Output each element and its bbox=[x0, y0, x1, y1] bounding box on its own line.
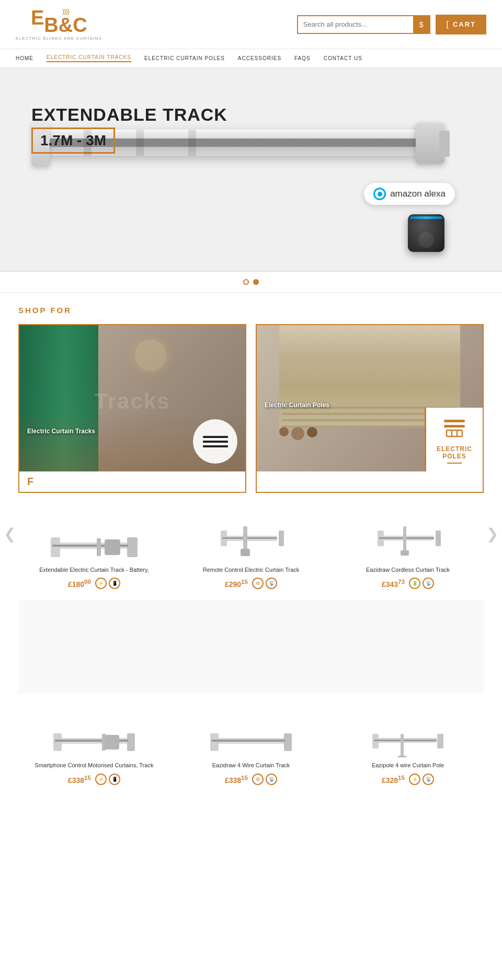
svg-rect-24 bbox=[53, 733, 62, 751]
hero-banner: EXTENDABLE TRACK 1.7M - 3M amazon a bbox=[0, 68, 502, 272]
nav-item-poles[interactable]: ELECTRIC CURTAIN POLES bbox=[144, 55, 225, 61]
search-container: $ bbox=[297, 15, 431, 34]
cart-label: CART bbox=[453, 20, 476, 28]
products-row-1: Extendable Electric Curtain Track - Batt… bbox=[18, 503, 484, 594]
shop-title: SHOP FOR bbox=[18, 306, 484, 315]
product-name-6: Eazipole 4 wire Curtain Pole bbox=[337, 762, 478, 769]
dot-1[interactable] bbox=[243, 279, 249, 285]
svg-rect-19 bbox=[436, 531, 441, 546]
product-card-5[interactable]: Eazidraw 4 Wire Curtain Track £33815 ⚙ 📡 bbox=[175, 699, 327, 790]
search-input[interactable] bbox=[298, 16, 413, 32]
product-img-2 bbox=[180, 509, 322, 566]
svg-rect-36 bbox=[374, 740, 437, 741]
header-right: $ [ CART bbox=[297, 15, 486, 34]
product-card-6[interactable]: Eazipole 4 wire Curtain Pole £32815 ⚡ 📡 bbox=[332, 699, 484, 790]
svg-rect-10 bbox=[105, 539, 120, 555]
nav-item-tracks[interactable]: ELECTRIC CURTAIN TRACKS bbox=[47, 54, 131, 62]
main-slider: ❮ ❯ Electric Curtain bbox=[18, 324, 484, 790]
slider-right-arrow[interactable]: ❯ bbox=[486, 525, 498, 543]
tracks-room-image: Electric Curtain Tracks Tracks bbox=[19, 325, 245, 471]
svg-rect-30 bbox=[210, 733, 219, 751]
product-name-4: Smartphone Control Motorised Curtains, T… bbox=[24, 762, 165, 769]
hero-title-line1: EXTENDABLE TRACK bbox=[31, 105, 227, 125]
hero-title-line2: 1.7M - 3M bbox=[40, 132, 106, 148]
logo-bc: B&C bbox=[44, 15, 87, 35]
product-icons-4: ⚡ 📱 bbox=[95, 774, 120, 785]
product-name-1: Extendable Electric Curtain Track - Batt… bbox=[24, 566, 165, 573]
svg-rect-1 bbox=[444, 425, 465, 428]
alexa-device bbox=[408, 214, 444, 252]
tracks-card-bottom: F bbox=[19, 471, 245, 492]
product-img-3 bbox=[337, 509, 478, 566]
product-icons-5: ⚙ 📡 bbox=[252, 774, 277, 785]
cart-bracket-icon: [ bbox=[446, 20, 449, 29]
category-card-poles[interactable]: Electric Curtain Poles bbox=[256, 324, 484, 493]
hero-text: EXTENDABLE TRACK 1.7M - 3M bbox=[31, 105, 227, 154]
svg-rect-2 bbox=[447, 430, 462, 436]
search-button[interactable]: $ bbox=[413, 16, 430, 33]
nav-item-home[interactable]: HOME bbox=[16, 55, 33, 61]
alexa-badge: amazon alexa bbox=[364, 183, 455, 205]
category-cards: Electric Curtain Tracks Tracks F bbox=[18, 324, 484, 493]
svg-rect-31 bbox=[284, 733, 292, 751]
dot-2[interactable] bbox=[253, 279, 259, 285]
track-right-cap bbox=[439, 131, 450, 157]
product-price-1: £18000 bbox=[68, 578, 91, 589]
svg-rect-28 bbox=[105, 735, 119, 750]
tracks-icon-overlay bbox=[193, 419, 237, 464]
svg-rect-20 bbox=[379, 537, 434, 539]
product-card-1[interactable]: Extendable Electric Curtain Track - Batt… bbox=[18, 503, 170, 594]
svg-rect-35 bbox=[437, 734, 443, 748]
product-name-2: Remote Control Electric Curtain Track bbox=[180, 566, 322, 573]
svg-rect-13 bbox=[279, 531, 284, 546]
poles-icon bbox=[441, 416, 467, 442]
alexa-logo-icon bbox=[373, 188, 386, 200]
svg-rect-16 bbox=[241, 549, 250, 556]
logo-subtitle: ELECTRIC BLINDS AND CURTAINS bbox=[16, 36, 102, 41]
tracks-category-label: Electric Curtain Tracks bbox=[27, 428, 95, 435]
product-price-row-1: £18000 ⚡ 📱 bbox=[24, 578, 165, 589]
nav-item-contact[interactable]: CONTACT US bbox=[324, 55, 362, 61]
product-price-row-4: £33815 ⚡ 📱 bbox=[24, 774, 165, 785]
svg-rect-22 bbox=[401, 550, 409, 556]
product-card-4[interactable]: Smartphone Control Motorised Curtains, T… bbox=[18, 699, 170, 790]
product-name-3: Eazidraw Cordless Curtain Track bbox=[337, 566, 478, 573]
svg-rect-9 bbox=[97, 538, 101, 556]
product-card-3[interactable]: Eazidraw Cordless Curtain Track £34373 🔋… bbox=[332, 503, 484, 594]
category-card-tracks[interactable]: Electric Curtain Tracks Tracks F bbox=[18, 324, 246, 493]
svg-rect-37 bbox=[401, 734, 404, 757]
poles-category-label: Electric Curtain Poles bbox=[265, 401, 329, 409]
product-icons-6: ⚡ 📡 bbox=[409, 774, 434, 785]
product-price-row-6: £32815 ⚡ 📡 bbox=[337, 774, 478, 785]
svg-rect-25 bbox=[127, 733, 135, 751]
tracks-watermark: Tracks bbox=[94, 389, 170, 414]
poles-card-bottom bbox=[257, 471, 483, 482]
poles-badge: ELECTRIC POLES bbox=[425, 408, 483, 471]
nav-item-accessories[interactable]: ACCESSORIES bbox=[238, 55, 281, 61]
svg-rect-14 bbox=[222, 537, 277, 539]
cart-button[interactable]: [ CART bbox=[436, 15, 486, 34]
product-price-row-5: £33815 ⚙ 📡 bbox=[180, 774, 322, 785]
logo-e: E bbox=[31, 8, 44, 28]
slider-left-arrow[interactable]: ❮ bbox=[4, 525, 16, 543]
product-icons-3: 🔋 📡 bbox=[409, 578, 434, 589]
product-price-6: £32815 bbox=[382, 774, 405, 785]
product-img-6 bbox=[337, 704, 478, 762]
main-nav: HOME ELECTRIC CURTAIN TRACKS ELECTRIC CU… bbox=[0, 49, 502, 68]
poles-badge-line2: POLES bbox=[437, 453, 472, 460]
product-price-row-3: £34373 🔋 📡 bbox=[337, 578, 478, 589]
product-icons-2: ⚙ 📡 bbox=[252, 578, 277, 589]
product-img-4 bbox=[24, 704, 165, 762]
svg-rect-32 bbox=[212, 740, 285, 742]
svg-rect-7 bbox=[127, 537, 138, 557]
hero-title-box: 1.7M - 3M bbox=[31, 128, 115, 154]
product-name-5: Eazidraw 4 Wire Curtain Track bbox=[180, 762, 322, 769]
header: E )))) B&C ELECTRIC BLINDS AND CURTAINS … bbox=[0, 0, 502, 49]
product-card-2[interactable]: Remote Control Electric Curtain Track £2… bbox=[175, 503, 327, 594]
svg-rect-6 bbox=[51, 537, 60, 557]
product-price-3: £34373 bbox=[382, 578, 405, 589]
logo[interactable]: E )))) B&C ELECTRIC BLINDS AND CURTAINS bbox=[16, 8, 102, 41]
nav-item-faqs[interactable]: FAQS bbox=[294, 55, 311, 61]
slider-dots bbox=[0, 272, 502, 293]
poles-room-image: Electric Curtain Poles bbox=[257, 325, 483, 471]
